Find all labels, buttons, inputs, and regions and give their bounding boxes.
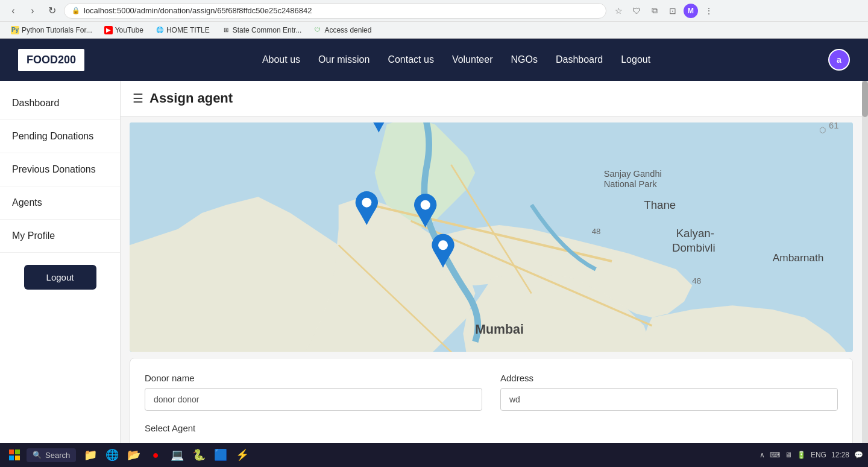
address-label: Address [500,373,838,383]
bookmark-python[interactable]: Py Python Tutorials For... [6,25,97,36]
python-favicon: Py [11,26,19,34]
main-content: Dashboard Pending Donations Previous Don… [0,81,868,467]
windows-icon [9,450,20,460]
bookmark-python-label: Python Tutorials For... [22,26,92,34]
address-input[interactable] [500,388,838,411]
sidebar: Dashboard Pending Donations Previous Don… [0,81,121,467]
taskbar-display-icon: 🖥 [785,451,792,459]
taskbar-time-display: 12:28 [831,450,849,460]
access-shield-icon: 🛡 [313,26,322,34]
hamburger-icon[interactable]: ☰ [133,91,143,106]
forward-button[interactable]: › [25,4,40,18]
map-svg: Kalyan- Dombivli Ambarnath Thane Mumbai … [130,122,853,352]
taskbar-keyboard-icon: ⌨ [770,451,780,459]
svg-text:National Park: National Park [604,179,658,189]
taskbar-clock: 12:28 [831,450,849,460]
donor-name-label: Donor name [145,373,482,383]
nav-about[interactable]: About us [262,54,300,65]
bookmark-state-label: State Common Entr... [233,26,302,34]
taskbar-app-python[interactable]: 🐍 [189,445,209,465]
taskbar-app-misc2[interactable]: ⚡ [233,445,252,465]
address-bar[interactable]: 🔒 localhost:5000/admin/donation/assign/6… [64,3,606,19]
start-button[interactable] [5,445,24,465]
svg-point-32 [438,240,448,250]
nav-logout[interactable]: Logout [621,54,650,65]
form-container: Donor name Address Select Agent [130,358,853,448]
taskbar: 🔍 Search 📁 🌐 📂 ● 💻 🐍 🟦 ⚡ ∧ ⌨ 🖥 🔋 ENG 12:… [0,443,868,467]
svg-rect-34 [15,450,20,454]
sidebar-item-previous-donations[interactable]: Previous Donations [0,153,120,186]
svg-text:61: 61 [829,122,838,130]
sidebar-item-agents[interactable]: Agents [0,186,120,220]
sidebar-item-my-profile[interactable]: My Profile [0,220,120,253]
bookmark-home[interactable]: 🌐 HOME TITLE [151,25,215,36]
svg-text:48: 48 [592,227,601,236]
logo[interactable]: FOOD200 [18,49,84,71]
browser-icons: ☆ 🛡 ⧉ ⊡ M ⋮ [611,4,716,18]
search-label: Search [45,451,70,460]
page-title: Assign agent [149,91,233,106]
svg-text:Kalyan-: Kalyan- [676,227,714,240]
youtube-favicon: ▶ [104,26,113,34]
taskbar-app-browser[interactable]: 🌐 [102,445,122,465]
nav-mission[interactable]: Our mission [318,54,370,65]
form-group-donor-name: Donor name [145,373,482,411]
svg-point-30 [362,198,371,208]
lock-icon: 🔒 [72,7,80,14]
taskbar-app-chrome[interactable]: ● [146,445,165,465]
svg-rect-33 [9,450,14,454]
more-button[interactable]: ⋮ [702,4,716,18]
taskbar-notifications-icon[interactable]: 💬 [854,451,863,459]
donor-name-input[interactable] [145,388,482,411]
scrollbar-track[interactable] [862,81,868,467]
svg-text:Mumbai: Mumbai [475,322,524,337]
svg-text:Ambarnath: Ambarnath [773,252,824,264]
svg-text:⬡: ⬡ [819,125,826,135]
state-favicon: ⊞ [222,26,230,34]
svg-text:Dombivli: Dombivli [672,241,715,254]
nav-ngos[interactable]: NGOs [511,54,537,65]
taskbar-lang: ENG [811,451,826,459]
nav-contact[interactable]: Contact us [388,54,433,65]
form-group-address: Address [500,373,838,411]
content-area: ☰ Assign agent [121,81,862,467]
svg-rect-35 [9,456,14,460]
nav-dashboard[interactable]: Dashboard [556,54,603,65]
reload-button[interactable]: ↻ [45,4,59,18]
nav-avatar[interactable]: a [828,49,850,71]
browser-chrome: ‹ › ↻ 🔒 localhost:5000/admin/donation/as… [0,0,868,22]
nav-volunteer[interactable]: Volunteer [452,54,493,65]
nav-links: About us Our mission Contact us Voluntee… [262,54,650,65]
shield-button[interactable]: 🛡 [629,4,644,18]
navbar: FOOD200 About us Our mission Contact us … [0,39,868,81]
bookmark-state[interactable]: ⊞ State Common Entr... [217,25,307,36]
taskbar-app-explorer[interactable]: 📂 [124,445,143,465]
taskbar-search[interactable]: 🔍 Search [27,448,76,462]
taskbar-app-files[interactable]: 📁 [81,445,100,465]
form-group-select-agent: Select Agent [145,423,838,433]
map-container: Kalyan- Dombivli Ambarnath Thane Mumbai … [130,122,853,352]
taskbar-chevron-up[interactable]: ∧ [760,451,765,459]
layout-button[interactable]: ⊡ [665,4,680,18]
scrollbar-thumb[interactable] [862,81,868,117]
form-row-1: Donor name Address [145,373,838,411]
search-icon: 🔍 [33,451,42,459]
sidebar-logout-button[interactable]: Logout [24,265,96,290]
taskbar-battery-icon: 🔋 [797,451,806,459]
app-container: FOOD200 About us Our mission Contact us … [0,39,868,467]
bookmark-home-label: HOME TITLE [166,26,210,34]
svg-text:48: 48 [692,276,701,285]
sidebar-item-dashboard[interactable]: Dashboard [0,87,120,120]
taskbar-app-misc1[interactable]: 🟦 [211,445,230,465]
star-button[interactable]: ☆ [611,4,626,18]
taskbar-app-vscode[interactable]: 💻 [168,445,187,465]
bookmark-youtube[interactable]: ▶ YouTube [99,25,148,36]
extensions-button[interactable]: ⧉ [647,4,662,18]
back-button[interactable]: ‹ [6,4,20,18]
svg-text:Sanjay Gandhi: Sanjay Gandhi [604,169,662,179]
svg-point-31 [421,200,430,210]
sidebar-item-pending-donations[interactable]: Pending Donations [0,120,120,153]
browser-profile[interactable]: M [684,4,698,18]
bookmarks-bar: Py Python Tutorials For... ▶ YouTube 🌐 H… [0,22,868,39]
bookmark-access[interactable]: 🛡 Access denied [309,25,376,36]
